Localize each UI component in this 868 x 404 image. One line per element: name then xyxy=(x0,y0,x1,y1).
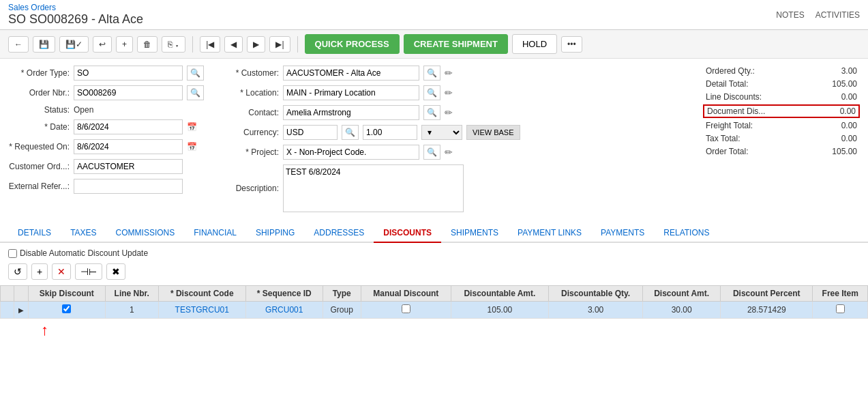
top-bar: Sales Orders SO SO008269 - Alta Ace NOTE… xyxy=(0,0,868,30)
add-button[interactable]: + xyxy=(116,36,133,53)
customer-edit-icon[interactable]: ✏ xyxy=(445,68,453,78)
col-discount-code: * Discount Code xyxy=(158,286,245,302)
tab-details[interactable]: DETAILS xyxy=(8,224,61,243)
row-manual-discount[interactable] xyxy=(361,302,451,319)
contact-search[interactable]: 🔍 xyxy=(423,105,440,120)
disc-add-button[interactable]: + xyxy=(31,263,48,280)
prev-button[interactable]: ◀ xyxy=(224,36,243,53)
customer-ord-label: Customer Ord...: xyxy=(8,162,70,171)
tab-payment-links[interactable]: PAYMENT LINKS xyxy=(508,224,591,243)
breadcrumb-link[interactable]: Sales Orders xyxy=(8,3,143,12)
table-row[interactable]: ▶ 1 TESTGRCU01 GRCU001 Group 105.00 3.00… xyxy=(1,302,868,319)
row-skip-discount[interactable] xyxy=(29,302,106,319)
row-discount-code[interactable]: TESTGRCU01 xyxy=(158,302,245,319)
requested-on-input[interactable] xyxy=(74,139,183,154)
customer-search[interactable]: 🔍 xyxy=(423,66,440,81)
tab-financial[interactable]: FINANCIAL xyxy=(184,224,246,243)
view-base-button[interactable]: VIEW BASE xyxy=(466,125,520,140)
line-discounts-value: 0.00 xyxy=(816,92,857,102)
status-row: Status: Open xyxy=(8,105,204,115)
external-refer-input[interactable] xyxy=(74,179,183,194)
create-shipment-button[interactable]: CREATE SHIPMENT xyxy=(404,34,508,54)
row-free-item[interactable] xyxy=(813,302,868,319)
tab-discounts[interactable]: DISCOUNTS xyxy=(374,224,441,243)
manual-discount-checkbox[interactable] xyxy=(402,304,410,313)
order-nbr-search[interactable]: 🔍 xyxy=(187,85,204,100)
free-item-checkbox[interactable] xyxy=(836,304,845,313)
save-close-button[interactable]: 💾✓ xyxy=(59,36,89,53)
last-button[interactable]: ▶| xyxy=(269,36,290,53)
tab-shipments[interactable]: SHIPMENTS xyxy=(441,224,508,243)
back-button[interactable]: ← xyxy=(8,36,29,53)
tab-shipping[interactable]: SHIPPING xyxy=(246,224,304,243)
tab-taxes[interactable]: TAXES xyxy=(61,224,106,243)
currency-rate-input[interactable] xyxy=(363,125,417,140)
discount-code-link[interactable]: TESTGRCU01 xyxy=(175,305,229,315)
first-icon: |◀ xyxy=(206,40,214,49)
tab-relations[interactable]: RELATIONS xyxy=(654,224,719,243)
customer-ord-input[interactable] xyxy=(74,159,183,174)
order-type-search[interactable]: 🔍 xyxy=(187,66,204,81)
copy-button[interactable]: ⎘ ▾ xyxy=(162,36,185,53)
next-button[interactable]: ▶ xyxy=(247,36,265,53)
activities-button[interactable]: ACTIVITIES xyxy=(815,10,860,20)
tax-total-value: 0.00 xyxy=(816,134,857,143)
currency-search[interactable]: 🔍 xyxy=(342,125,359,140)
project-input[interactable] xyxy=(283,145,419,160)
row-expand[interactable]: ▶ xyxy=(14,302,29,319)
disc-excel-button[interactable]: ✖ xyxy=(106,263,125,280)
date-input[interactable] xyxy=(74,119,183,134)
tab-addresses[interactable]: ADDRESSES xyxy=(304,224,374,243)
description-input[interactable]: TEST 6/8/2024 xyxy=(283,164,464,212)
ordered-qty-label: Ordered Qty.: xyxy=(706,66,755,76)
disc-fit-button[interactable]: ⊣⊢ xyxy=(75,263,102,280)
row-discountable-qty: 3.00 xyxy=(548,302,642,319)
requested-on-calendar-icon[interactable]: 📅 xyxy=(187,142,197,152)
col-expand xyxy=(14,286,29,302)
form-area: * Order Type: 🔍 Order Nbr.: 🔍 Status: Op… xyxy=(0,59,868,221)
tab-payments[interactable]: PAYMENTS xyxy=(591,224,654,243)
requested-on-row: * Requested On: 📅 xyxy=(8,139,204,154)
location-search[interactable]: 🔍 xyxy=(423,85,440,100)
row-sequence-id[interactable]: GRCU001 xyxy=(245,302,323,319)
save-button[interactable]: 💾 xyxy=(33,36,55,53)
tax-total-row: Tax Total: 0.00 xyxy=(703,133,860,144)
hold-button[interactable]: HOLD xyxy=(512,34,557,54)
date-calendar-icon[interactable]: 📅 xyxy=(187,122,197,132)
copy-icon: ⎘ ▾ xyxy=(168,40,179,49)
disable-auto-label[interactable]: Disable Automatic Discount Update xyxy=(8,248,148,258)
undo-button[interactable]: ↩ xyxy=(93,36,112,53)
currency-rate-select[interactable]: ▾ xyxy=(421,125,462,140)
expand-arrow-icon[interactable]: ▶ xyxy=(18,306,24,314)
sequence-id-link[interactable]: GRCU001 xyxy=(265,305,303,315)
skip-discount-checkbox[interactable] xyxy=(62,304,71,313)
disc-refresh-button[interactable]: ↺ xyxy=(8,263,27,280)
location-edit-icon[interactable]: ✏ xyxy=(445,87,453,98)
red-arrow-icon: ↑ xyxy=(41,321,48,339)
contact-input[interactable] xyxy=(283,105,419,120)
customer-input[interactable] xyxy=(283,66,419,81)
location-input[interactable] xyxy=(283,85,419,100)
project-search[interactable]: 🔍 xyxy=(423,145,440,160)
save-icon: 💾 xyxy=(39,40,49,49)
more-button[interactable]: ••• xyxy=(561,36,582,53)
order-nbr-input[interactable] xyxy=(74,85,183,100)
discounts-table: Skip Discount Line Nbr. * Discount Code … xyxy=(0,285,868,319)
tab-commissions[interactable]: COMMISSIONS xyxy=(106,224,185,243)
discounts-auto-toolbar: Disable Automatic Discount Update xyxy=(0,243,868,261)
red-arrow-container: ↑ xyxy=(0,319,868,342)
disc-delete-button[interactable]: ✕ xyxy=(52,263,71,280)
disable-auto-checkbox[interactable] xyxy=(8,249,17,258)
contact-edit-icon[interactable]: ✏ xyxy=(445,107,453,118)
delete-button[interactable]: 🗑 xyxy=(137,36,158,53)
quick-process-button[interactable]: QUICK PROCESS xyxy=(305,34,400,54)
notes-button[interactable]: NOTES xyxy=(776,10,804,20)
project-edit-icon[interactable]: ✏ xyxy=(445,147,453,158)
form-middle-col: * Customer: 🔍 ✏ * Location: 🔍 ✏ Contact:… xyxy=(218,66,520,214)
tax-total-label: Tax Total: xyxy=(706,134,740,143)
order-type-input[interactable] xyxy=(74,66,183,81)
order-type-row: * Order Type: 🔍 xyxy=(8,66,204,81)
toolbar-divider xyxy=(192,36,193,53)
first-button[interactable]: |◀ xyxy=(200,36,220,53)
currency-input[interactable] xyxy=(283,125,338,140)
